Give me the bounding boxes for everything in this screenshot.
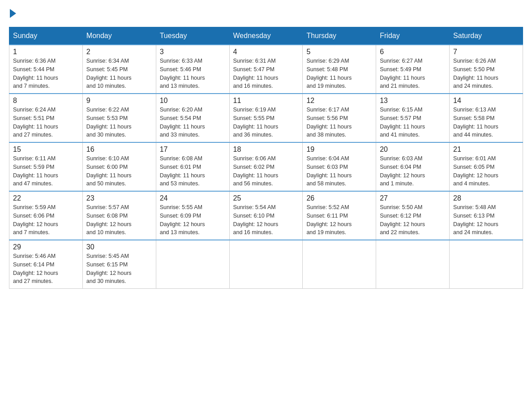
- day-number: 8: [13, 97, 79, 105]
- calendar-cell: 6Sunrise: 6:27 AMSunset: 5:49 PMDaylight…: [376, 45, 450, 94]
- calendar-header-sunday: Sunday: [9, 27, 83, 45]
- day-info: Sunrise: 6:06 AMSunset: 6:02 PMDaylight:…: [233, 154, 299, 188]
- day-number: 16: [86, 146, 152, 154]
- calendar-cell: [229, 240, 303, 289]
- calendar-header-friday: Friday: [376, 27, 450, 45]
- day-number: 13: [380, 97, 446, 105]
- calendar-cell: 8Sunrise: 6:24 AMSunset: 5:51 PMDaylight…: [9, 94, 83, 142]
- day-info: Sunrise: 6:31 AMSunset: 5:47 PMDaylight:…: [233, 57, 299, 90]
- calendar-cell: 1Sunrise: 6:36 AMSunset: 5:44 PMDaylight…: [9, 45, 83, 94]
- day-info: Sunrise: 5:48 AMSunset: 6:13 PMDaylight:…: [453, 203, 519, 237]
- day-info: Sunrise: 6:08 AMSunset: 6:01 PMDaylight:…: [160, 154, 226, 188]
- day-info: Sunrise: 6:22 AMSunset: 5:53 PMDaylight:…: [86, 106, 152, 139]
- calendar-cell: 25Sunrise: 5:54 AMSunset: 6:10 PMDayligh…: [229, 191, 303, 240]
- day-info: Sunrise: 5:46 AMSunset: 6:14 PMDaylight:…: [13, 252, 79, 286]
- calendar-cell: 15Sunrise: 6:11 AMSunset: 5:59 PMDayligh…: [9, 142, 83, 191]
- day-number: 25: [233, 194, 299, 202]
- calendar-header-tuesday: Tuesday: [156, 27, 229, 45]
- day-number: 28: [453, 194, 519, 202]
- day-number: 12: [306, 97, 372, 105]
- day-info: Sunrise: 6:17 AMSunset: 5:56 PMDaylight:…: [306, 106, 372, 139]
- calendar-header-monday: Monday: [82, 27, 156, 45]
- calendar-cell: 24Sunrise: 5:55 AMSunset: 6:09 PMDayligh…: [156, 191, 229, 240]
- calendar-cell: 21Sunrise: 6:01 AMSunset: 6:05 PMDayligh…: [450, 142, 523, 191]
- day-number: 30: [86, 243, 152, 251]
- day-info: Sunrise: 6:29 AMSunset: 5:48 PMDaylight:…: [306, 57, 372, 90]
- calendar-week-row: 8Sunrise: 6:24 AMSunset: 5:51 PMDaylight…: [9, 94, 523, 142]
- day-number: 29: [13, 243, 79, 251]
- calendar-week-row: 29Sunrise: 5:46 AMSunset: 6:14 PMDayligh…: [9, 240, 523, 289]
- day-info: Sunrise: 6:01 AMSunset: 6:05 PMDaylight:…: [453, 154, 519, 188]
- logo: [9, 9, 17, 18]
- day-number: 19: [306, 146, 372, 154]
- day-info: Sunrise: 6:20 AMSunset: 5:54 PMDaylight:…: [160, 106, 226, 139]
- day-info: Sunrise: 5:57 AMSunset: 6:08 PMDaylight:…: [86, 203, 152, 237]
- calendar-header-thursday: Thursday: [303, 27, 376, 45]
- calendar-cell: 3Sunrise: 6:33 AMSunset: 5:46 PMDaylight…: [156, 45, 229, 94]
- calendar-cell: 12Sunrise: 6:17 AMSunset: 5:56 PMDayligh…: [303, 94, 376, 142]
- day-info: Sunrise: 6:33 AMSunset: 5:46 PMDaylight:…: [160, 57, 226, 90]
- calendar-cell: 19Sunrise: 6:04 AMSunset: 6:03 PMDayligh…: [303, 142, 376, 191]
- day-number: 15: [13, 146, 79, 154]
- calendar-cell: 13Sunrise: 6:15 AMSunset: 5:57 PMDayligh…: [376, 94, 450, 142]
- day-info: Sunrise: 5:54 AMSunset: 6:10 PMDaylight:…: [233, 203, 299, 237]
- day-info: Sunrise: 6:19 AMSunset: 5:55 PMDaylight:…: [233, 106, 299, 139]
- day-info: Sunrise: 6:03 AMSunset: 6:04 PMDaylight:…: [380, 154, 446, 188]
- day-number: 27: [380, 194, 446, 202]
- day-info: Sunrise: 6:27 AMSunset: 5:49 PMDaylight:…: [380, 57, 446, 90]
- day-number: 2: [86, 48, 152, 56]
- calendar-cell: 27Sunrise: 5:50 AMSunset: 6:12 PMDayligh…: [376, 191, 450, 240]
- calendar-cell: 10Sunrise: 6:20 AMSunset: 5:54 PMDayligh…: [156, 94, 229, 142]
- day-info: Sunrise: 5:50 AMSunset: 6:12 PMDaylight:…: [380, 203, 446, 237]
- logo-arrow-icon: [10, 9, 16, 18]
- calendar-cell: 5Sunrise: 6:29 AMSunset: 5:48 PMDaylight…: [303, 45, 376, 94]
- day-info: Sunrise: 5:52 AMSunset: 6:11 PMDaylight:…: [306, 203, 372, 237]
- day-number: 17: [160, 146, 226, 154]
- day-number: 11: [233, 97, 299, 105]
- calendar-cell: 23Sunrise: 5:57 AMSunset: 6:08 PMDayligh…: [82, 191, 156, 240]
- calendar-cell: 11Sunrise: 6:19 AMSunset: 5:55 PMDayligh…: [229, 94, 303, 142]
- calendar-week-row: 22Sunrise: 5:59 AMSunset: 6:06 PMDayligh…: [9, 191, 523, 240]
- calendar-cell: 9Sunrise: 6:22 AMSunset: 5:53 PMDaylight…: [82, 94, 156, 142]
- day-number: 5: [306, 48, 372, 56]
- calendar-cell: 2Sunrise: 6:34 AMSunset: 5:45 PMDaylight…: [82, 45, 156, 94]
- calendar-header-wednesday: Wednesday: [229, 27, 303, 45]
- day-number: 9: [86, 97, 152, 105]
- calendar-cell: [450, 240, 523, 289]
- calendar-cell: 14Sunrise: 6:13 AMSunset: 5:58 PMDayligh…: [450, 94, 523, 142]
- day-number: 18: [233, 146, 299, 154]
- calendar-cell: 16Sunrise: 6:10 AMSunset: 6:00 PMDayligh…: [82, 142, 156, 191]
- day-number: 7: [453, 48, 519, 56]
- day-info: Sunrise: 6:36 AMSunset: 5:44 PMDaylight:…: [13, 57, 79, 90]
- day-number: 4: [233, 48, 299, 56]
- calendar-header-row: SundayMondayTuesdayWednesdayThursdayFrid…: [9, 27, 523, 45]
- day-number: 23: [86, 194, 152, 202]
- day-number: 14: [453, 97, 519, 105]
- calendar-week-row: 15Sunrise: 6:11 AMSunset: 5:59 PMDayligh…: [9, 142, 523, 191]
- day-number: 6: [380, 48, 446, 56]
- calendar-cell: [376, 240, 450, 289]
- day-number: 20: [380, 146, 446, 154]
- calendar-table: SundayMondayTuesdayWednesdayThursdayFrid…: [9, 27, 523, 289]
- day-info: Sunrise: 6:13 AMSunset: 5:58 PMDaylight:…: [453, 106, 519, 139]
- calendar-cell: 18Sunrise: 6:06 AMSunset: 6:02 PMDayligh…: [229, 142, 303, 191]
- calendar-cell: 4Sunrise: 6:31 AMSunset: 5:47 PMDaylight…: [229, 45, 303, 94]
- calendar-cell: 20Sunrise: 6:03 AMSunset: 6:04 PMDayligh…: [376, 142, 450, 191]
- day-info: Sunrise: 6:10 AMSunset: 6:00 PMDaylight:…: [86, 154, 152, 188]
- calendar-cell: 30Sunrise: 5:45 AMSunset: 6:15 PMDayligh…: [82, 240, 156, 289]
- calendar-header-saturday: Saturday: [450, 27, 523, 45]
- calendar-cell: 28Sunrise: 5:48 AMSunset: 6:13 PMDayligh…: [450, 191, 523, 240]
- day-info: Sunrise: 5:59 AMSunset: 6:06 PMDaylight:…: [13, 203, 79, 237]
- day-info: Sunrise: 5:55 AMSunset: 6:09 PMDaylight:…: [160, 203, 226, 237]
- page-header: [9, 9, 523, 18]
- day-number: 21: [453, 146, 519, 154]
- day-info: Sunrise: 6:24 AMSunset: 5:51 PMDaylight:…: [13, 106, 79, 139]
- day-number: 26: [306, 194, 372, 202]
- day-info: Sunrise: 6:26 AMSunset: 5:50 PMDaylight:…: [453, 57, 519, 90]
- calendar-cell: 22Sunrise: 5:59 AMSunset: 6:06 PMDayligh…: [9, 191, 83, 240]
- day-number: 24: [160, 194, 226, 202]
- day-number: 10: [160, 97, 226, 105]
- calendar-cell: [303, 240, 376, 289]
- calendar-cell: 29Sunrise: 5:46 AMSunset: 6:14 PMDayligh…: [9, 240, 83, 289]
- calendar-cell: 7Sunrise: 6:26 AMSunset: 5:50 PMDaylight…: [450, 45, 523, 94]
